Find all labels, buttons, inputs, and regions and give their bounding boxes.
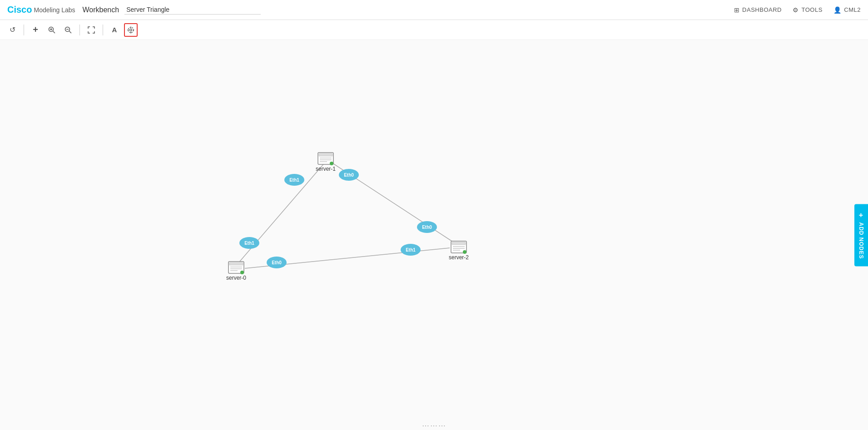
logo-cisco: Cisco bbox=[7, 5, 32, 15]
annotate-button[interactable]: A bbox=[108, 23, 121, 37]
node-server-1[interactable]: server-1 bbox=[316, 153, 336, 172]
fit-icon bbox=[87, 26, 95, 34]
svg-line-5 bbox=[69, 31, 72, 33]
status-dot-server-0 bbox=[240, 271, 244, 274]
toolbar: ↺ + A bbox=[0, 20, 868, 40]
dashboard-icon: ⊞ bbox=[734, 6, 740, 14]
svg-point-8 bbox=[128, 27, 134, 33]
zoom-out-icon bbox=[64, 26, 72, 34]
zoom-out-button[interactable] bbox=[61, 23, 75, 37]
svg-rect-31 bbox=[229, 262, 243, 265]
nav-tools-label: TOOLS bbox=[801, 6, 822, 13]
node-server-0[interactable]: server-0 bbox=[226, 262, 246, 281]
svg-text:Eth1: Eth1 bbox=[406, 247, 416, 252]
logo: Cisco Modeling Labs bbox=[7, 5, 75, 15]
bottom-drag-handle[interactable]: ⋯⋯⋯ bbox=[422, 421, 446, 430]
svg-text:Eth0: Eth0 bbox=[272, 260, 282, 265]
svg-text:Eth0: Eth0 bbox=[422, 225, 432, 230]
lab-name-input[interactable] bbox=[124, 5, 261, 15]
nav-dashboard-label: DASHBOARD bbox=[742, 6, 782, 13]
zoom-in-icon bbox=[48, 26, 56, 34]
status-dot-server-1 bbox=[330, 162, 333, 165]
nav-dashboard[interactable]: ⊞ DASHBOARD bbox=[734, 6, 782, 14]
svg-text:Eth1: Eth1 bbox=[244, 241, 254, 246]
nav-tools[interactable]: ⚙ TOOLS bbox=[793, 6, 823, 14]
status-dot-server-2 bbox=[463, 250, 466, 254]
add-button[interactable]: + bbox=[29, 23, 42, 37]
svg-point-10 bbox=[130, 32, 131, 33]
header-nav: ⊞ DASHBOARD ⚙ TOOLS 👤 CML2 bbox=[734, 6, 861, 14]
separator-3 bbox=[103, 25, 103, 35]
settings-button[interactable] bbox=[124, 23, 138, 37]
node-label-server-2: server-2 bbox=[449, 254, 469, 261]
iface-badge-eth1-s0: Eth1 bbox=[239, 237, 259, 249]
iface-badge-eth0-s0: Eth0 bbox=[267, 257, 287, 268]
iface-badge-eth0-s1: Eth0 bbox=[339, 169, 359, 181]
iface-badge-eth1-s1: Eth1 bbox=[284, 174, 304, 186]
separator-1 bbox=[24, 25, 24, 35]
separator-2 bbox=[79, 25, 80, 35]
svg-point-12 bbox=[133, 29, 134, 30]
logo-modeling-labs: Modeling Labs bbox=[34, 6, 75, 14]
canvas[interactable]: Eth1 Eth1 Eth0 Eth0 Eth0 Eth1 bbox=[0, 40, 868, 430]
undo-button[interactable]: ↺ bbox=[5, 23, 19, 37]
zoom-in-button[interactable] bbox=[45, 23, 59, 37]
node-label-server-0: server-0 bbox=[226, 275, 246, 281]
svg-text:Eth0: Eth0 bbox=[344, 173, 354, 178]
svg-point-7 bbox=[130, 29, 132, 31]
header: Cisco Modeling Labs Workbench ⊞ DASHBOAR… bbox=[0, 0, 868, 20]
svg-rect-36 bbox=[452, 242, 466, 245]
link-1-0-line bbox=[236, 162, 326, 266]
svg-point-11 bbox=[128, 29, 129, 30]
svg-line-1 bbox=[53, 31, 55, 33]
iface-badge-eth1-s2: Eth1 bbox=[401, 244, 421, 256]
svg-text:Eth1: Eth1 bbox=[289, 178, 299, 183]
nav-user-label: CML2 bbox=[844, 6, 861, 13]
page-title: Workbench bbox=[83, 6, 119, 14]
fit-button[interactable] bbox=[84, 23, 98, 37]
diagram-svg: Eth1 Eth1 Eth0 Eth0 Eth0 Eth1 bbox=[0, 40, 868, 430]
svg-rect-26 bbox=[319, 153, 332, 156]
tools-icon: ⚙ bbox=[793, 6, 799, 14]
user-icon: 👤 bbox=[833, 6, 842, 14]
add-nodes-button[interactable]: + ADD NODES bbox=[854, 204, 868, 266]
add-nodes-label: ADD NODES bbox=[858, 222, 864, 259]
settings-icon bbox=[127, 26, 135, 34]
svg-point-9 bbox=[130, 26, 131, 27]
node-server-2[interactable]: server-2 bbox=[449, 241, 469, 261]
iface-badge-eth0-s2: Eth0 bbox=[417, 221, 437, 233]
node-label-server-1: server-1 bbox=[316, 166, 336, 172]
plus-icon: + bbox=[859, 211, 863, 219]
nav-user[interactable]: 👤 CML2 bbox=[833, 6, 861, 14]
